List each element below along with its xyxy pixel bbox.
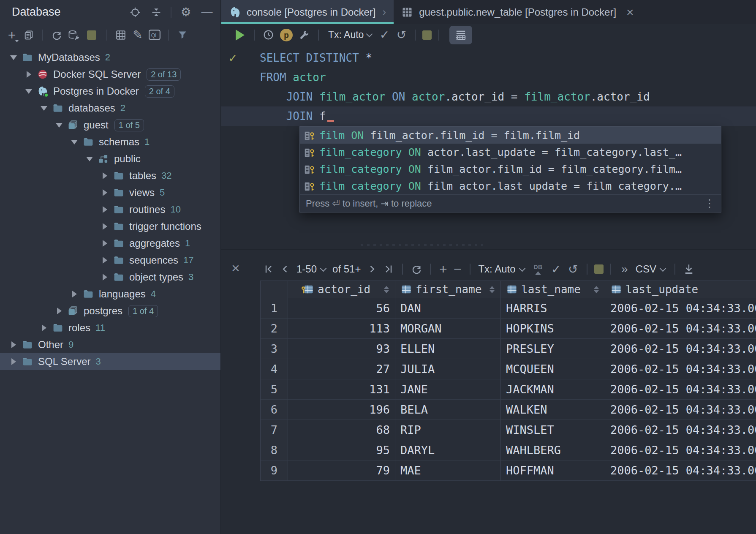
cell-first_name[interactable]: JULIA	[395, 359, 501, 379]
tree-item-roles[interactable]: roles11	[0, 319, 220, 336]
column-header-last_update[interactable]: last_update	[605, 281, 756, 298]
cell-first_name[interactable]: DAN	[395, 298, 501, 319]
table-data-button[interactable]	[112, 27, 129, 44]
cell-first_name[interactable]: JANE	[395, 379, 501, 400]
collapse-all-icon[interactable]	[148, 4, 165, 21]
cell-first_name[interactable]: RIP	[395, 420, 501, 440]
cell-last_update[interactable]: 2006-02-15 04:34:33.00	[605, 420, 756, 440]
cell-last_update[interactable]: 2006-02-15 04:34:33.00	[605, 339, 756, 359]
cell-last_name[interactable]: PRESLEY	[501, 339, 605, 359]
expand-chevron-icon[interactable]	[99, 274, 111, 281]
add-data-source-button[interactable]: +	[3, 27, 20, 44]
expand-chevron-icon[interactable]	[99, 240, 111, 247]
cell-last_update[interactable]: 2006-02-15 04:34:33.00	[605, 298, 756, 319]
tree-item-postgres-in-docker[interactable]: Postgres in Docker2 of 4	[0, 83, 220, 100]
column-header-last_name[interactable]: last_name	[501, 281, 605, 298]
tree-item-languages[interactable]: languages4	[0, 286, 220, 302]
completion-item-2[interactable]: film_category ON actor.last_update = fil…	[300, 144, 721, 161]
tree-item-trigger-functions[interactable]: trigger functions	[0, 218, 220, 235]
cell-actor_id[interactable]: 79	[288, 460, 395, 481]
cell-last_name[interactable]: WINSLET	[501, 420, 605, 440]
expand-chevron-icon[interactable]	[99, 223, 111, 230]
cell-last_update[interactable]: 2006-02-15 04:34:33.00	[605, 319, 756, 339]
cell-last_update[interactable]: 2006-02-15 04:34:33.00	[605, 359, 756, 379]
cell-first_name[interactable]: DARYL	[395, 440, 501, 460]
collapse-chevron-icon[interactable]	[53, 123, 65, 128]
expand-chevron-icon[interactable]	[8, 341, 19, 348]
cell-last_name[interactable]: MCQUEEN	[501, 359, 605, 379]
expand-chevron-icon[interactable]	[99, 257, 111, 264]
cell-last_name[interactable]: HARRIS	[501, 298, 605, 319]
tree-item-guest[interactable]: guest1 of 5	[0, 117, 220, 134]
tree-item-views[interactable]: views5	[0, 184, 220, 201]
reload-page-button[interactable]	[408, 261, 425, 278]
tx-mode-selector[interactable]: Tx: Auto	[328, 29, 364, 41]
tree-item-tables[interactable]: tables32	[0, 167, 220, 184]
collapse-chevron-icon[interactable]	[68, 140, 80, 144]
cell-actor_id[interactable]: 68	[288, 420, 395, 440]
submit-to-database-icon[interactable]: DB	[534, 264, 543, 275]
cell-last_update[interactable]: 2006-02-15 04:34:33.00	[605, 400, 756, 420]
column-header-first_name[interactable]: first_name	[395, 281, 501, 298]
cell-first_name[interactable]: BELA	[395, 400, 501, 420]
cell-actor_id[interactable]: 196	[288, 400, 395, 420]
completion-item-4[interactable]: film_category ON film_actor.last_update …	[300, 177, 721, 194]
column-header-actor_id[interactable]: actor_id	[288, 281, 395, 298]
duplicate-button[interactable]	[20, 27, 37, 44]
download-export-button[interactable]	[680, 261, 697, 278]
last-page-button[interactable]	[380, 261, 397, 278]
rollback-button[interactable]: ↺	[565, 261, 582, 278]
cell-last_update[interactable]: 2006-02-15 04:34:33.00	[605, 460, 756, 481]
tree-item-docker-sql-server[interactable]: Docker SQL Server2 of 13	[0, 66, 220, 83]
cell-actor_id[interactable]: 95	[288, 440, 395, 460]
cell-last_name[interactable]: JACKMAN	[501, 379, 605, 400]
history-clock-icon[interactable]	[260, 27, 277, 44]
tab-console[interactable]: console [Postgres in Docker] ›	[221, 0, 394, 24]
plugin-badge[interactable]: p	[280, 29, 293, 41]
completion-item-3[interactable]: film_category ON film_actor.film_id = fi…	[300, 161, 721, 177]
export-options-icon[interactable]: »	[616, 261, 633, 278]
cell-last_name[interactable]: WALKEN	[501, 400, 605, 420]
commit-button[interactable]: ✓	[548, 261, 565, 278]
collapse-chevron-icon[interactable]	[8, 55, 19, 60]
cell-first_name[interactable]: MAE	[395, 460, 501, 481]
close-tab-icon[interactable]: ×	[626, 6, 634, 19]
cell-last_update[interactable]: 2006-02-15 04:34:33.00	[605, 440, 756, 460]
expand-chevron-icon[interactable]	[68, 291, 80, 297]
close-results-icon[interactable]: ×	[231, 261, 240, 275]
filter-icon[interactable]	[174, 27, 191, 44]
tree-item-public[interactable]: public	[0, 150, 220, 167]
stop-button[interactable]	[87, 30, 96, 40]
previous-page-button[interactable]	[277, 261, 294, 278]
sql-line-4[interactable]: JOIN f	[221, 106, 756, 126]
tree-item-schemas[interactable]: schemas1	[0, 134, 220, 150]
cell-first_name[interactable]: ELLEN	[395, 339, 501, 359]
locate-icon[interactable]	[127, 4, 144, 21]
tree-item-mydatabases[interactable]: MyDatabases2	[0, 49, 220, 66]
query-console-button[interactable]: QL	[146, 27, 163, 44]
settings-gear-icon[interactable]: ⚙	[177, 4, 194, 21]
collapse-chevron-icon[interactable]	[38, 106, 50, 111]
sort-toggle-icon[interactable]	[489, 286, 495, 293]
splitter-handle[interactable]	[361, 244, 483, 246]
sql-line-3[interactable]: JOIN film_actor ON actor.actor_id = film…	[221, 87, 756, 106]
add-row-button[interactable]: +	[436, 261, 450, 278]
cell-last_name[interactable]: HOPKINS	[501, 319, 605, 339]
tree-item-object-types[interactable]: object types3	[0, 269, 220, 286]
data-source-properties-button[interactable]	[65, 27, 82, 44]
expand-chevron-icon[interactable]	[99, 172, 111, 179]
first-page-button[interactable]	[260, 261, 277, 278]
rollback-button[interactable]: ↺	[393, 27, 410, 44]
tree-item-other[interactable]: Other9	[0, 336, 220, 353]
wrench-icon[interactable]	[296, 27, 313, 44]
export-format-selector[interactable]: CSV	[636, 263, 656, 275]
tx-mode-selector[interactable]: Tx: Auto	[478, 263, 515, 275]
expand-chevron-icon[interactable]	[8, 358, 19, 365]
in-editor-results-toggle[interactable]	[449, 26, 472, 44]
collapse-chevron-icon[interactable]	[23, 89, 35, 94]
tree-item-sql-server[interactable]: SQL Server3	[0, 353, 220, 370]
refresh-button[interactable]	[48, 27, 65, 44]
tree-item-sequences[interactable]: sequences17	[0, 252, 220, 269]
edit-pencil-icon[interactable]: ✎	[129, 27, 146, 44]
tree-item-routines[interactable]: routines10	[0, 201, 220, 218]
